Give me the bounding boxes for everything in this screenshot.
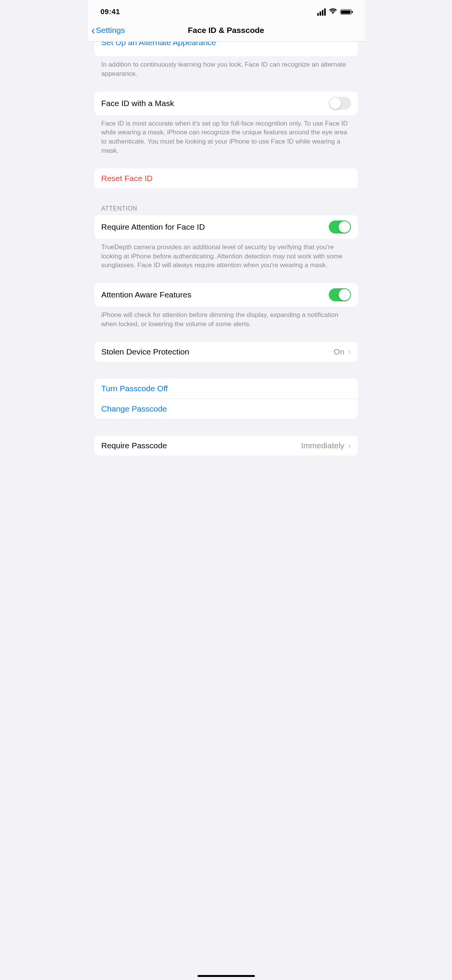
nav-bar: ‹ Settings Face ID & Passcode <box>88 21 365 42</box>
turn-passcode-off-label: Turn Passcode Off <box>101 384 168 393</box>
status-indicators <box>317 7 352 17</box>
turn-passcode-off-button[interactable]: Turn Passcode Off <box>95 379 358 399</box>
reset-face-id-button[interactable]: Reset Face ID <box>95 168 358 188</box>
face-id-mask-footer: Face ID is most accurate when it's set u… <box>95 115 358 155</box>
alternate-appearance-footer: In addition to continuously learning how… <box>95 56 358 78</box>
attention-aware-row[interactable]: Attention Aware Features <box>95 283 358 307</box>
require-passcode-row[interactable]: Require Passcode Immediately › <box>95 436 358 456</box>
wifi-icon <box>329 7 337 17</box>
stolen-device-protection-row[interactable]: Stolen Device Protection On › <box>95 342 358 362</box>
face-id-mask-row[interactable]: Face ID with a Mask <box>95 91 358 115</box>
stolen-device-protection-label: Stolen Device Protection <box>101 347 189 356</box>
face-id-mask-label: Face ID with a Mask <box>101 99 174 108</box>
home-indicator[interactable] <box>197 975 255 977</box>
status-time: 09:41 <box>101 8 120 16</box>
require-attention-footer: TrueDepth camera provides an additional … <box>95 239 358 270</box>
require-passcode-label: Require Passcode <box>101 441 167 450</box>
alternate-appearance-card: Set Up an Alternate Appearance <box>95 42 358 56</box>
back-label: Settings <box>96 26 125 35</box>
stolen-device-protection-value: On <box>334 347 344 356</box>
face-id-mask-toggle[interactable] <box>329 97 351 110</box>
attention-section-header: Attention <box>95 205 358 215</box>
chevron-right-icon: › <box>348 347 351 356</box>
require-attention-row[interactable]: Require Attention for Face ID <box>95 215 358 239</box>
setup-alternate-appearance-button[interactable]: Set Up an Alternate Appearance <box>95 42 358 56</box>
status-bar: 09:41 <box>88 0 365 21</box>
change-passcode-label: Change Passcode <box>101 404 167 413</box>
attention-aware-footer: iPhone will check for attention before d… <box>95 307 358 329</box>
require-attention-label: Require Attention for Face ID <box>101 222 205 232</box>
back-button[interactable]: ‹ Settings <box>91 24 125 36</box>
cellular-signal-icon <box>317 8 326 16</box>
chevron-left-icon: ‹ <box>91 24 95 36</box>
page-title: Face ID & Passcode <box>88 26 365 35</box>
require-passcode-value: Immediately <box>301 441 344 450</box>
attention-aware-label: Attention Aware Features <box>101 290 191 299</box>
reset-face-id-label: Reset Face ID <box>101 174 153 183</box>
setup-alternate-appearance-label: Set Up an Alternate Appearance <box>101 42 216 47</box>
chevron-right-icon: › <box>348 441 351 450</box>
require-attention-toggle[interactable] <box>329 220 351 234</box>
attention-aware-toggle[interactable] <box>329 288 351 301</box>
change-passcode-button[interactable]: Change Passcode <box>95 399 358 419</box>
battery-icon <box>340 9 352 15</box>
